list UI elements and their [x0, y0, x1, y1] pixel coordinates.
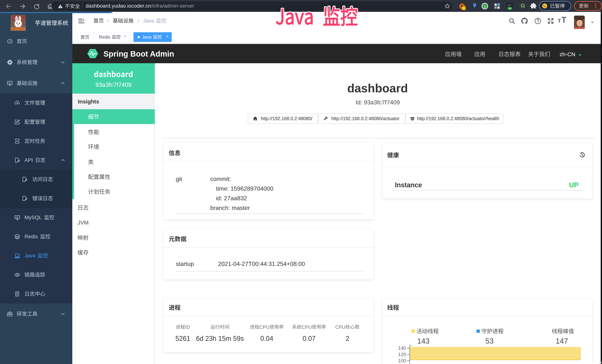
svg-text:1: 1 — [463, 7, 465, 10]
svg-text:y: y — [484, 4, 486, 8]
svg-text:on: on — [509, 7, 511, 10]
